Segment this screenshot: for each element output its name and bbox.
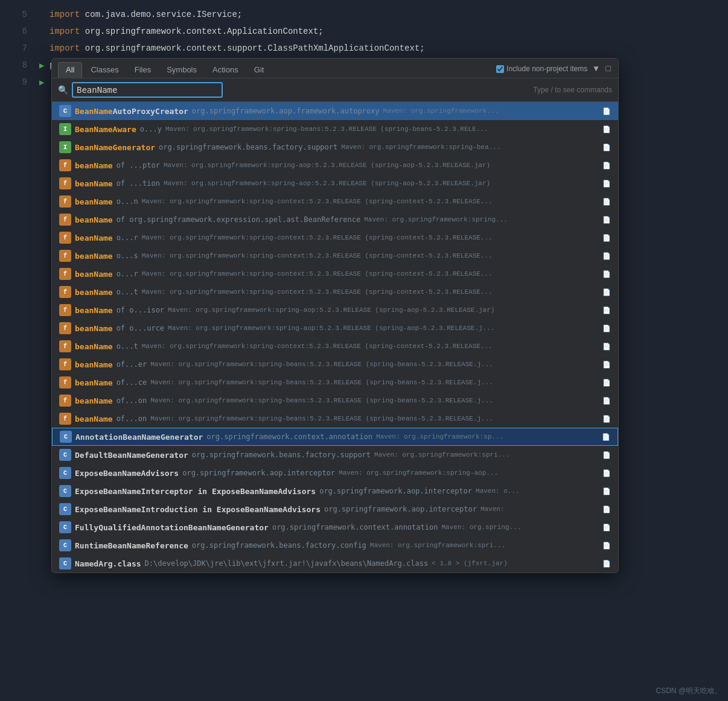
class-icon: C — [59, 449, 71, 461]
jar-icon: 📄 — [602, 306, 611, 314]
tab-all[interactable]: All — [58, 62, 82, 78]
item-detail: o...t — [117, 342, 138, 350]
jar-icon: 📄 — [602, 162, 611, 170]
item-name: BeanNameGenerator — [75, 143, 155, 152]
item-name: RuntimeBeanNameReference — [75, 541, 188, 550]
item-detail: o...n — [117, 197, 138, 206]
item-name: DefaultBeanNameGenerator — [75, 451, 188, 460]
field-icon: f — [59, 395, 71, 407]
result-item[interactable]: f beanName o...n Maven: org.springframew… — [52, 192, 618, 211]
result-item[interactable]: f beanName of...on Maven: org.springfram… — [52, 392, 618, 410]
field-icon: f — [59, 358, 71, 370]
item-detail: of...ce — [117, 378, 147, 387]
result-item[interactable]: f beanName o...r Maven: org.springframew… — [52, 229, 618, 247]
result-item[interactable]: C RuntimeBeanNameReference org.springfra… — [52, 536, 618, 554]
item-detail: o...t — [117, 288, 138, 296]
item-maven: Maven: org.springframework:spring-aop:5.… — [168, 306, 494, 314]
item-name: beanName — [75, 215, 113, 224]
interface-icon: I — [59, 141, 71, 153]
non-project-checkbox-area[interactable]: Include non-project items — [496, 65, 587, 73]
result-item[interactable]: C ExposeBeanNameAdvisors org.springframe… — [52, 464, 618, 482]
result-item[interactable]: f beanName of ...ptor Maven: org.springf… — [52, 156, 618, 174]
non-project-checkbox[interactable] — [496, 65, 504, 73]
result-item[interactable]: C FullyQualifiedAnnotationBeanNameGenera… — [52, 518, 618, 536]
jar-icon: 📄 — [602, 524, 611, 531]
search-hint: Type / to see commands — [533, 86, 612, 94]
item-detail: org.springframework.context.annotation — [272, 523, 438, 531]
item-name: beanName — [75, 252, 113, 261]
result-item[interactable]: I BeanNameAware o...y Maven: org.springf… — [52, 120, 618, 138]
result-item[interactable]: C DefaultBeanNameGenerator org.springfra… — [52, 446, 618, 464]
filter-icon[interactable]: ▼ — [592, 63, 599, 75]
result-item[interactable]: f beanName of...er Maven: org.springfram… — [52, 355, 618, 373]
jar-icon: 📄 — [602, 506, 611, 513]
result-item[interactable]: f beanName of ...tion Maven: org.springf… — [52, 174, 618, 192]
item-name: beanName — [75, 233, 113, 243]
item-maven: < 1.8 > (jfxrt.jar) — [432, 560, 507, 567]
item-detail: org.springframework.context.annotation — [206, 433, 372, 441]
jar-icon: 📄 — [602, 433, 610, 441]
item-maven: Maven: org.springframework:spri... — [374, 451, 509, 458]
result-item[interactable]: C BeanNameAutoProxyCreator org.springfra… — [52, 102, 618, 120]
results-list: C BeanNameAutoProxyCreator org.springfra… — [52, 102, 618, 573]
tab-files[interactable]: Files — [127, 63, 158, 78]
item-maven: Maven: org.springframework:spring... — [364, 216, 508, 223]
item-name: beanName — [75, 179, 113, 188]
item-detail: o...r — [117, 233, 138, 242]
result-item[interactable]: C ExposeBeanNameIntroduction in ExposeBe… — [52, 500, 618, 518]
field-icon: f — [59, 268, 71, 280]
result-item[interactable]: f beanName of o...isor Maven: org.spring… — [52, 301, 618, 319]
tab-actions[interactable]: Actions — [205, 63, 246, 78]
result-item[interactable]: f beanName of...ce Maven: org.springfram… — [52, 373, 618, 392]
item-name: beanName — [75, 396, 113, 405]
item-detail: of o...urce — [117, 324, 164, 332]
layout-icon[interactable]: □ — [605, 63, 612, 75]
class-icon: C — [59, 503, 71, 515]
jar-icon: 📄 — [602, 379, 611, 387]
search-input[interactable] — [72, 82, 223, 98]
result-item-annotation-beannumgenerator[interactable]: C AnnotationBeanNameGenerator org.spring… — [52, 428, 618, 446]
result-item[interactable]: C NamedArg.class D:\develop\JDK\jre\lib\… — [52, 554, 618, 573]
tab-classes[interactable]: Classes — [83, 63, 126, 78]
jar-icon: 📄 — [602, 144, 611, 151]
result-item[interactable]: f beanName of...on Maven: org.springfram… — [52, 410, 618, 428]
item-maven: Maven: org.springframework:spring-beans:… — [150, 415, 493, 422]
item-maven: Maven: org.spring... — [441, 524, 521, 531]
tab-symbols[interactable]: Symbols — [159, 63, 204, 78]
jar-icon: 📄 — [602, 252, 611, 260]
result-item[interactable]: f beanName o...t Maven: org.springframew… — [52, 337, 618, 355]
result-item[interactable]: C ExposeBeanNameInterceptor in ExposeBea… — [52, 482, 618, 500]
class-icon: C — [59, 105, 71, 117]
jar-icon: 📄 — [602, 325, 611, 332]
field-icon: f — [59, 195, 71, 208]
jar-icon: 📄 — [602, 288, 611, 296]
jar-icon: 📄 — [602, 560, 611, 568]
item-maven: Maven: — [481, 506, 505, 513]
item-maven: Maven: org.springframework:spring-aop... — [339, 469, 498, 477]
item-name: beanName — [75, 288, 113, 297]
result-item[interactable]: f beanName of o...urce Maven: org.spring… — [52, 319, 618, 337]
result-item[interactable]: f beanName of org.springframework.expres… — [52, 211, 618, 229]
jar-icon: 📄 — [602, 487, 611, 495]
item-maven: Maven: org.springframework:spring-contex… — [142, 252, 493, 259]
jar-icon: 📄 — [602, 216, 611, 224]
item-maven: Maven: org.springframework:spring-bea... — [341, 144, 500, 151]
item-maven: Maven: org.springframework:spring-contex… — [142, 288, 493, 296]
field-icon: f — [59, 232, 71, 244]
jar-icon: 📄 — [602, 107, 611, 115]
result-item[interactable]: f beanName o...t Maven: org.springframew… — [52, 283, 618, 301]
interface-icon: I — [59, 123, 71, 135]
item-maven: Maven: org.springframework:spring-beans:… — [165, 125, 488, 133]
jar-icon: 📄 — [602, 180, 611, 188]
item-detail: of...er — [117, 360, 147, 369]
code-line-7: 7 import org.springframework.context.sup… — [0, 40, 728, 57]
search-overlay: All Classes Files Symbols Actions Git In… — [51, 58, 619, 573]
result-item[interactable]: I BeanNameGenerator org.springframework.… — [52, 138, 618, 156]
item-detail: org.springframework.aop.framework.autopr… — [192, 107, 380, 115]
result-item[interactable]: f beanName o...r Maven: org.springframew… — [52, 265, 618, 283]
watermark: CSDN @明天吃啥。 — [656, 686, 722, 696]
result-item[interactable]: f beanName o...s Maven: org.springframew… — [52, 247, 618, 265]
item-name: beanName — [75, 414, 113, 423]
tab-git[interactable]: Git — [247, 63, 272, 78]
jar-icon: 📄 — [602, 451, 611, 459]
